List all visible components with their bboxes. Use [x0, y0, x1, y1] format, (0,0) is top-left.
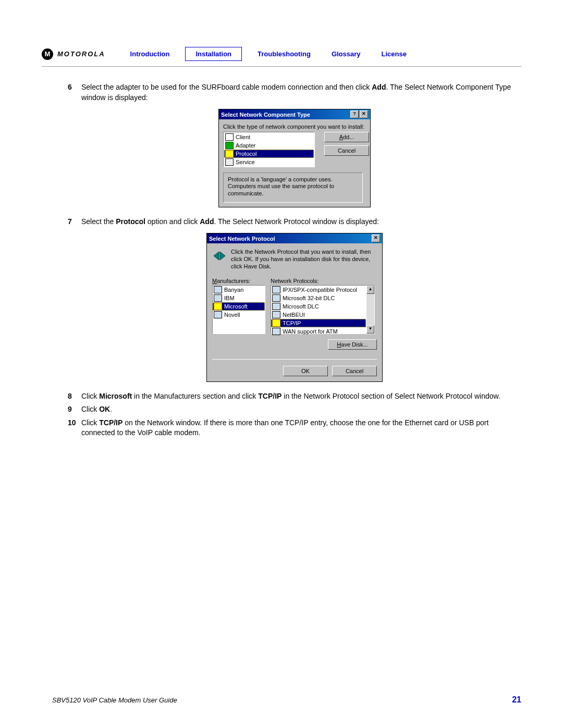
nav-links: Introduction Installation Troubleshootin…	[120, 47, 417, 61]
add-button[interactable]: Add...	[324, 132, 369, 142]
mfg-microsoft[interactable]: Microsoft	[213, 302, 265, 311]
proto-netbeui[interactable]: NetBEUI	[271, 311, 366, 319]
step-body: Click OK.	[81, 404, 521, 415]
step-body: Select the Protocol option and click Add…	[81, 217, 521, 227]
scroll-up-icon[interactable]: ▲	[366, 286, 374, 294]
close-icon[interactable]: ✕	[360, 110, 368, 118]
list-item-protocol[interactable]: Protocol	[224, 150, 314, 158]
protocol-icon	[225, 150, 234, 157]
page-header: M MOTOROLA Introduction Installation Tro…	[42, 47, 521, 61]
step-body: Select the adapter to be used for the SU…	[81, 82, 521, 103]
protocols-scrollbar[interactable]: ▲ ▼	[366, 285, 375, 334]
page-number: 21	[512, 695, 521, 705]
vendor-icon	[214, 286, 222, 293]
select-network-component-dialog: Select Network Component Type ? ✕ Click …	[218, 109, 371, 207]
dialog1-wrap: Select Network Component Type ? ✕ Click …	[68, 109, 521, 207]
have-disk-button[interactable]: Have Disk...	[328, 339, 377, 350]
step-body: Click TCP/IP on the Network window. If t…	[81, 418, 521, 438]
protocol-icon	[272, 328, 280, 335]
wizard-icon	[212, 249, 227, 263]
mfg-banyan[interactable]: Banyan	[213, 286, 265, 294]
step-number: 9	[68, 404, 81, 415]
step-7: 7 Select the Protocol option and click A…	[68, 217, 521, 227]
dialog2-title: Select Network Protocol	[209, 236, 275, 242]
protocol-icon	[272, 294, 280, 302]
scroll-down-icon[interactable]: ▼	[366, 325, 374, 334]
dialog2-instruction: Click the Network Protocol that you want…	[231, 249, 377, 270]
vendor-icon	[214, 311, 222, 318]
ok-button[interactable]: OK	[283, 366, 328, 376]
vendor-icon	[214, 303, 222, 310]
vendor-icon	[214, 294, 222, 302]
cancel-button[interactable]: Cancel	[332, 366, 377, 376]
dialog2-titlebar: Select Network Protocol ✕	[207, 233, 382, 243]
help-icon[interactable]: ?	[350, 110, 359, 118]
manufacturers-listbox[interactable]: Banyan IBM Microsoft Novell	[212, 285, 265, 334]
protocols-listbox[interactable]: IPX/SPX-compatible Protocol Microsoft 32…	[271, 285, 366, 334]
nav-glossary[interactable]: Glossary	[321, 47, 371, 61]
mfg-ibm[interactable]: IBM	[213, 294, 265, 302]
brand-name: MOTOROLA	[57, 50, 105, 58]
step-8: 8 Click Microsoft in the Manufacturers s…	[68, 391, 521, 402]
protocol-icon	[272, 286, 280, 293]
nav-installation[interactable]: Installation	[185, 47, 242, 61]
proto-dlc[interactable]: Microsoft DLC	[271, 302, 366, 311]
nav-troubleshooting[interactable]: Troubleshooting	[247, 47, 321, 61]
nav-license[interactable]: License	[371, 47, 417, 61]
dialog1-titlebar: Select Network Component Type ? ✕	[219, 109, 370, 119]
list-item-adapter[interactable]: Adapter	[224, 141, 314, 150]
step-6: 6 Select the adapter to be used for the …	[68, 82, 521, 103]
proto-tcpip[interactable]: TCP/IP	[271, 319, 366, 327]
nav-introduction[interactable]: Introduction	[120, 47, 180, 61]
proto-32dlc[interactable]: Microsoft 32-bit DLC	[271, 294, 366, 302]
list-item-service[interactable]: Service	[224, 158, 314, 166]
protocol-icon	[272, 319, 280, 327]
step-list: 6 Select the adapter to be used for the …	[42, 82, 521, 438]
footer-title: SBV5120 VoIP Cable Modem User Guide	[52, 696, 177, 704]
proto-wan-atm[interactable]: WAN support for ATM	[271, 327, 366, 336]
dialog1-instruction: Click the type of network component you …	[223, 124, 366, 130]
step-9: 9 Click OK.	[68, 404, 521, 415]
protocols-label: Network Protocols:	[271, 278, 375, 284]
dialog1-title: Select Network Component Type	[221, 112, 310, 118]
step-number: 6	[68, 82, 81, 103]
list-item-client[interactable]: Client	[224, 133, 314, 141]
manufacturers-label: Manufacturers:	[212, 278, 265, 284]
proto-ipx[interactable]: IPX/SPX-compatible Protocol	[271, 286, 366, 294]
protocol-icon	[272, 303, 280, 310]
client-icon	[225, 133, 234, 141]
header-divider	[42, 66, 521, 67]
dialog2-wrap: Select Network Protocol ✕ Click the Netw…	[68, 233, 521, 381]
page-footer: SBV5120 VoIP Cable Modem User Guide 21	[52, 695, 521, 705]
step-number: 7	[68, 217, 81, 227]
protocol-icon	[272, 311, 280, 318]
select-network-protocol-dialog: Select Network Protocol ✕ Click the Netw…	[206, 233, 383, 381]
step-number: 8	[68, 391, 81, 402]
close-icon[interactable]: ✕	[372, 235, 380, 242]
mfg-novell[interactable]: Novell	[213, 311, 265, 319]
motorola-logo-icon: M	[42, 48, 53, 60]
component-type-listbox[interactable]: Client Adapter Protocol Service	[223, 132, 315, 167]
step-10: 10 Click TCP/IP on the Network window. I…	[68, 418, 521, 438]
cancel-button[interactable]: Cancel	[324, 145, 369, 156]
step-number: 10	[68, 418, 81, 438]
service-icon	[225, 158, 234, 166]
adapter-icon	[225, 142, 234, 149]
dialog1-description: Protocol is a 'language' a computer uses…	[223, 172, 363, 203]
step-body: Click Microsoft in the Manufacturers sec…	[81, 391, 521, 402]
